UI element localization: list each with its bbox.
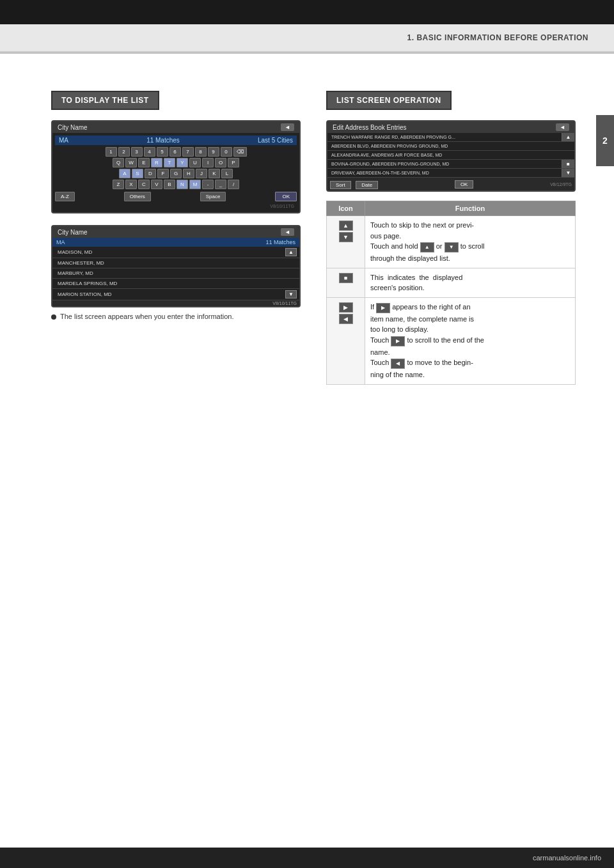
key-5[interactable]: 5 bbox=[157, 147, 168, 157]
list-screen-title: City Name bbox=[58, 229, 88, 236]
addr-items-container: TRENCH WARFARE RANGE RD, ABERDEEN PROVIN… bbox=[327, 133, 574, 178]
list-item-text-1: MADISON, MD bbox=[55, 249, 95, 256]
keyboard-last-cities: Last 5 Cities bbox=[258, 137, 293, 144]
key-others[interactable]: Others bbox=[124, 192, 151, 201]
keyboard-display: MA 11 Matches Last 5 Cities bbox=[55, 136, 297, 145]
addr-scroll-down-icon[interactable]: ▼ bbox=[562, 169, 574, 177]
key-0[interactable]: 0 bbox=[221, 147, 232, 157]
addr-item-row-2: ABERDEEN BLVD, ABERDEEN PROVING GROUND, … bbox=[327, 142, 574, 151]
keyboard-bottom-row: A-Z Others Space OK bbox=[55, 190, 297, 203]
list-item: MARBURY, MD bbox=[52, 268, 299, 279]
list-item-text-4: MARDELA SPRINGS, MD bbox=[55, 280, 120, 287]
key-slash[interactable]: / bbox=[228, 180, 239, 189]
inline-right-icon-2: ▶ bbox=[391, 336, 405, 346]
key-k[interactable]: K bbox=[209, 169, 220, 178]
key-i[interactable]: I bbox=[202, 158, 214, 167]
key-v[interactable]: V bbox=[151, 180, 162, 189]
left-column: TO DISPLAY THE LIST City Name ◄ MA 11 Ma… bbox=[51, 91, 301, 385]
key-6[interactable]: 6 bbox=[169, 147, 181, 157]
key-a[interactable]: A bbox=[119, 169, 130, 178]
key-w[interactable]: W bbox=[125, 158, 137, 167]
touch-label-2: Touch bbox=[370, 359, 389, 366]
addr-date-button[interactable]: Date bbox=[356, 181, 378, 189]
list-item: MARDELA SPRINGS, MD bbox=[52, 279, 299, 289]
key-x[interactable]: X bbox=[125, 180, 137, 189]
key-ok[interactable]: OK bbox=[275, 192, 297, 201]
list-scroll-down-btn[interactable]: ▼ bbox=[285, 290, 297, 298]
up-arrow-icon: ▲ bbox=[339, 221, 353, 231]
list-item: MADISON, MD ▲ bbox=[52, 247, 299, 258]
key-9[interactable]: 9 bbox=[208, 147, 219, 157]
key-f[interactable]: F bbox=[157, 169, 169, 178]
key-z[interactable]: Z bbox=[113, 180, 124, 189]
key-backspace[interactable]: ⌫ bbox=[233, 147, 247, 157]
divider-line bbox=[0, 52, 614, 54]
addr-ok-button[interactable]: OK bbox=[455, 180, 474, 189]
to-display-list-header: TO DISPLAY THE LIST bbox=[51, 91, 159, 110]
table-row-3: ▶ ◀ If ▶ appears to the right of an item… bbox=[327, 297, 576, 384]
main-content: TO DISPLAY THE LIST City Name ◄ MA 11 Ma… bbox=[0, 72, 614, 410]
addr-footer-buttons: Sort Date bbox=[330, 179, 378, 189]
key-d[interactable]: D bbox=[145, 169, 156, 178]
address-book-mockup: Edit Address Book Entries ◄ TRENCH WARFA… bbox=[326, 120, 576, 192]
list-screen-mockup: City Name ◄ MA 11 Matches MADISON, MD ▲ … bbox=[51, 225, 301, 307]
keyboard-title-bar: City Name ◄ bbox=[52, 121, 299, 133]
key-o[interactable]: O bbox=[215, 158, 226, 167]
key-u[interactable]: U bbox=[189, 158, 201, 167]
touch-and-hold-label: Touch and hold bbox=[370, 242, 418, 250]
keyboard-screen-mockup: City Name ◄ MA 11 Matches Last 5 Cities … bbox=[51, 120, 301, 213]
key-3[interactable]: 3 bbox=[131, 147, 143, 157]
inline-up-icon: ▲ bbox=[420, 242, 434, 252]
key-e[interactable]: E bbox=[138, 158, 150, 167]
left-arrow-icon: ◀ bbox=[339, 314, 353, 324]
key-space[interactable]: Space bbox=[200, 192, 226, 201]
table-function-cell-3: If ▶ appears to the right of an item nam… bbox=[365, 297, 576, 384]
key-8[interactable]: 8 bbox=[195, 147, 207, 157]
key-b[interactable]: B bbox=[164, 180, 175, 189]
key-m[interactable]: M bbox=[189, 180, 201, 189]
keyboard-input-value: MA bbox=[59, 137, 68, 144]
key-2[interactable]: 2 bbox=[118, 147, 130, 157]
list-back-button[interactable]: ◄ bbox=[281, 228, 294, 236]
site-footer: carmanualsonline.info bbox=[0, 848, 614, 868]
key-g[interactable]: G bbox=[170, 169, 182, 178]
key-q[interactable]: Q bbox=[113, 158, 124, 167]
keyboard-screen-title: City Name bbox=[58, 124, 88, 131]
list-input-value: MA bbox=[56, 239, 65, 245]
list-items-container: MADISON, MD ▲ MANCHESTER, MD MARBURY, MD… bbox=[52, 247, 299, 300]
keyboard-area: MA 11 Matches Last 5 Cities 1 2 3 4 5 6 … bbox=[52, 133, 299, 212]
key-c[interactable]: C bbox=[138, 180, 150, 189]
key-4[interactable]: 4 bbox=[144, 147, 155, 157]
key-az[interactable]: A-Z bbox=[55, 192, 75, 201]
list-subtitle-bar: MA 11 Matches bbox=[52, 238, 299, 247]
key-t[interactable]: T bbox=[164, 158, 175, 167]
addr-item-text-2: ABERDEEN BLVD, ABERDEEN PROVING GROUND, … bbox=[327, 142, 574, 150]
key-h[interactable]: H bbox=[183, 169, 194, 178]
key-j[interactable]: J bbox=[196, 169, 207, 178]
key-s[interactable]: S bbox=[132, 169, 143, 178]
addr-version: V8/12/9TG bbox=[550, 182, 572, 187]
down-arrow-icon: ▼ bbox=[339, 232, 353, 242]
table-icon-cell-3: ▶ ◀ bbox=[327, 297, 365, 384]
addr-back-button[interactable]: ◄ bbox=[556, 123, 569, 131]
key-r[interactable]: R bbox=[151, 158, 162, 167]
keyboard-row-qwerty: Q W E R T Y U I O P bbox=[55, 158, 297, 167]
list-scroll-up-btn[interactable]: ▲ bbox=[285, 248, 297, 256]
key-underscore[interactable]: _ bbox=[215, 180, 226, 189]
key-p[interactable]: P bbox=[228, 158, 239, 167]
key-7[interactable]: 7 bbox=[182, 147, 194, 157]
addr-sort-button[interactable]: Sort bbox=[330, 181, 351, 189]
addr-position-icon: ■ bbox=[562, 160, 574, 168]
key-n[interactable]: N bbox=[177, 180, 188, 189]
keyboard-back-button[interactable]: ◄ bbox=[281, 123, 294, 131]
addr-footer: Sort Date OK V8/12/9TG bbox=[327, 178, 574, 190]
list-item-text-3: MARBURY, MD bbox=[55, 270, 96, 277]
header-title: 1. BASIC INFORMATION BEFORE OPERATION bbox=[407, 33, 588, 42]
addr-scroll-up-icon[interactable]: ▲ bbox=[562, 133, 574, 141]
key-y[interactable]: Y bbox=[177, 158, 188, 167]
key-l[interactable]: L bbox=[221, 169, 233, 178]
key-1[interactable]: 1 bbox=[106, 147, 117, 157]
addr-item-text-3: ALEXANDRIA AVE, ANDREWS AIR FORCE BASE, … bbox=[327, 151, 574, 159]
key-dash[interactable]: - bbox=[202, 180, 214, 189]
keyboard-match-count: 11 Matches bbox=[146, 137, 180, 144]
